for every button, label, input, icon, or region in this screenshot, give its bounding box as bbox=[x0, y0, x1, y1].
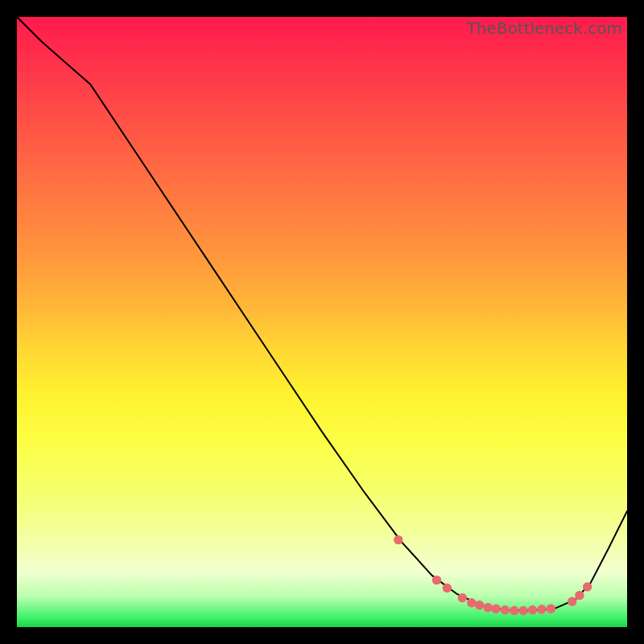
data-point bbox=[568, 597, 576, 606]
data-point bbox=[528, 605, 537, 614]
data-point bbox=[432, 576, 441, 584]
data-point bbox=[518, 606, 527, 615]
data-point bbox=[583, 582, 592, 591]
data-point bbox=[537, 605, 546, 613]
bottleneck-curve bbox=[17, 17, 627, 627]
data-point bbox=[443, 584, 452, 592]
data-point bbox=[510, 606, 518, 615]
data-point bbox=[547, 605, 555, 613]
data-point bbox=[491, 605, 500, 613]
data-point bbox=[467, 598, 476, 607]
data-point bbox=[394, 535, 402, 544]
data-point bbox=[575, 591, 584, 600]
chart-frame: TheBottleneck.com bbox=[0, 0, 644, 644]
plot-area: TheBottleneck.com bbox=[17, 17, 627, 627]
data-point bbox=[475, 601, 484, 609]
data-point bbox=[458, 593, 467, 602]
data-point bbox=[501, 605, 510, 614]
data-point bbox=[484, 603, 493, 612]
curve-path bbox=[17, 17, 627, 611]
